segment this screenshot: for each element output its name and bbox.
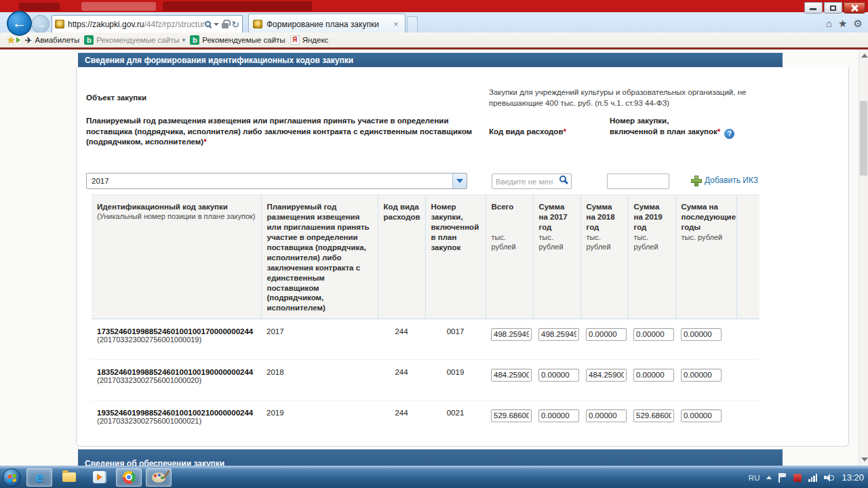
ikz-code: 183524601998852460100100190000000244 <box>97 368 256 376</box>
kvr-input[interactable] <box>492 174 572 189</box>
lock-icon <box>222 23 229 28</box>
url-path: /44fz/rpz/structured-plan/create. <box>144 20 205 29</box>
bing-icon: b <box>190 35 199 45</box>
network-icon[interactable] <box>808 474 817 482</box>
screen: { "icons": { "home": "⌂", "favorites": "… <box>0 0 868 488</box>
amount-2017-input[interactable] <box>538 409 579 422</box>
site-favicon-eagle-icon <box>55 20 64 28</box>
section-header-bottom: Сведения об обеспечении закупки <box>78 449 783 466</box>
scroll-down-icon[interactable] <box>861 458 868 462</box>
hidden-icons-icon[interactable] <box>766 476 772 479</box>
purchase-number-label: Номер закупки, включенной в план закупок… <box>610 116 738 139</box>
forward-button[interactable]: → <box>31 15 50 33</box>
favorites-bar: ★ ✈ Авиабилеты b Рекомендуемые сайты ▾ b… <box>0 33 868 47</box>
airplane-icon: ✈ <box>25 35 33 45</box>
action-center-flag-icon[interactable] <box>778 473 787 483</box>
restore-icon <box>830 5 836 11</box>
kvr-search-icon[interactable] <box>559 176 566 182</box>
section-title: Сведения для формирования идентификацион… <box>85 56 353 65</box>
scroll-up-icon[interactable] <box>861 54 868 58</box>
url-text[interactable]: https://zakupki.gov.ru/44fz/rpz/structur… <box>68 20 205 29</box>
search-icon[interactable] <box>205 21 211 27</box>
amount-total-input[interactable] <box>491 328 532 341</box>
row-year: 2019 <box>261 401 378 441</box>
amount-2018-input[interactable] <box>586 328 627 341</box>
taskbar-media-player-button[interactable] <box>86 468 112 487</box>
browser-tab[interactable]: Формирование плана закупки × <box>248 14 406 34</box>
page-content: Сведения для формирования идентификацион… <box>0 49 859 466</box>
add-ikz-button[interactable]: Добавить ИКЗ <box>691 176 758 185</box>
year-select[interactable]: 2017 <box>86 173 467 189</box>
taskbar-ie-button[interactable]: e <box>26 468 52 487</box>
minimize-button[interactable] <box>804 2 823 14</box>
antivirus-icon[interactable] <box>793 474 802 482</box>
volume-icon[interactable] <box>824 474 833 482</box>
amount-total-input[interactable] <box>491 369 532 382</box>
row-kvr: 244 <box>378 360 425 401</box>
tab-close-icon[interactable]: × <box>391 19 401 29</box>
desktop-artifact <box>163 1 312 11</box>
amount-next-input[interactable] <box>681 369 722 382</box>
row-num: 0021 <box>425 401 486 441</box>
required-mark: * <box>563 127 566 136</box>
header-2017: Сумма на 2017 годтыс. рублей <box>533 195 580 319</box>
row-year: 2018 <box>261 360 378 401</box>
home-icon[interactable]: ⌂ <box>826 18 832 30</box>
restore-button[interactable] <box>824 2 842 14</box>
favorite-recommended-1[interactable]: b Рекомендуемые сайты ▾ <box>84 35 185 45</box>
favorite-avia[interactable]: ✈ Авиабилеты <box>25 35 80 45</box>
settings-gear-icon[interactable]: ⚙ <box>854 18 863 30</box>
amount-2019-input[interactable] <box>633 328 674 341</box>
clock[interactable]: 13:20 <box>842 472 864 483</box>
amount-2019-input[interactable] <box>633 409 674 422</box>
address-bar[interactable]: https://zakupki.gov.ru/44fz/rpz/structur… <box>52 15 243 33</box>
help-icon[interactable]: ? <box>724 129 734 139</box>
favorite-yandex[interactable]: Я Яндекс <box>290 35 329 45</box>
chevron-down-icon[interactable]: ▾ <box>182 37 186 43</box>
favorite-label: Яндекс <box>302 36 329 44</box>
scrollbar-thumb[interactable] <box>860 101 867 176</box>
amount-next-input[interactable] <box>681 328 722 341</box>
header-ikz: Идентификационный код закупки (Уникальны… <box>92 195 261 319</box>
back-button[interactable]: ← <box>7 11 32 36</box>
language-indicator[interactable]: RU <box>749 474 760 482</box>
amount-2018-input[interactable] <box>586 409 627 422</box>
favorites-add-star-icon: ★ <box>7 35 16 45</box>
taskbar-chrome-button[interactable] <box>116 468 142 487</box>
select-dropdown-icon[interactable] <box>452 174 467 188</box>
ikz-table: Идентификационный код закупки (Уникальны… <box>92 195 760 441</box>
refresh-icon[interactable]: ↻ <box>231 20 239 29</box>
yandex-icon: Я <box>290 35 300 45</box>
taskbar-explorer-button[interactable] <box>56 468 82 487</box>
amount-2017-input[interactable] <box>538 328 579 341</box>
new-tab-stub[interactable] <box>407 16 418 34</box>
system-tray: RU 13:20 <box>749 466 864 488</box>
close-button[interactable] <box>844 2 865 14</box>
purchase-number-input[interactable] <box>607 174 669 189</box>
ikz-unique-number: (201703323002756001000019) <box>97 336 256 344</box>
amount-total-input[interactable] <box>491 409 532 422</box>
header-empty <box>736 195 760 319</box>
media-player-icon <box>93 471 105 483</box>
plus-icon <box>691 176 701 185</box>
minimize-icon <box>810 8 816 10</box>
favorites-star-icon[interactable]: ★ <box>838 18 847 30</box>
window-controls <box>804 2 865 14</box>
tab-title: Формирование плана закупки <box>267 20 391 29</box>
taskbar-paint-button[interactable] <box>146 468 172 487</box>
add-favorite-button[interactable]: ★ <box>7 35 20 45</box>
chrome-icon <box>123 471 136 484</box>
ikz-unique-number: (201703323002756001000021) <box>97 417 256 425</box>
row-num: 0019 <box>425 360 486 401</box>
favorite-recommended-2[interactable]: b Рекомендуемые сайты <box>190 35 285 45</box>
start-button[interactable] <box>3 468 21 487</box>
amount-next-input[interactable] <box>681 409 722 422</box>
search-dropdown-icon[interactable] <box>214 23 219 26</box>
vertical-scrollbar[interactable] <box>859 49 868 466</box>
amount-2017-input[interactable] <box>538 369 579 382</box>
required-mark: * <box>203 138 206 146</box>
amount-2018-input[interactable] <box>586 369 627 382</box>
taskbar: e RU 13:20 <box>0 466 868 488</box>
desktop-artifact <box>19 3 60 11</box>
amount-2019-input[interactable] <box>633 369 674 382</box>
